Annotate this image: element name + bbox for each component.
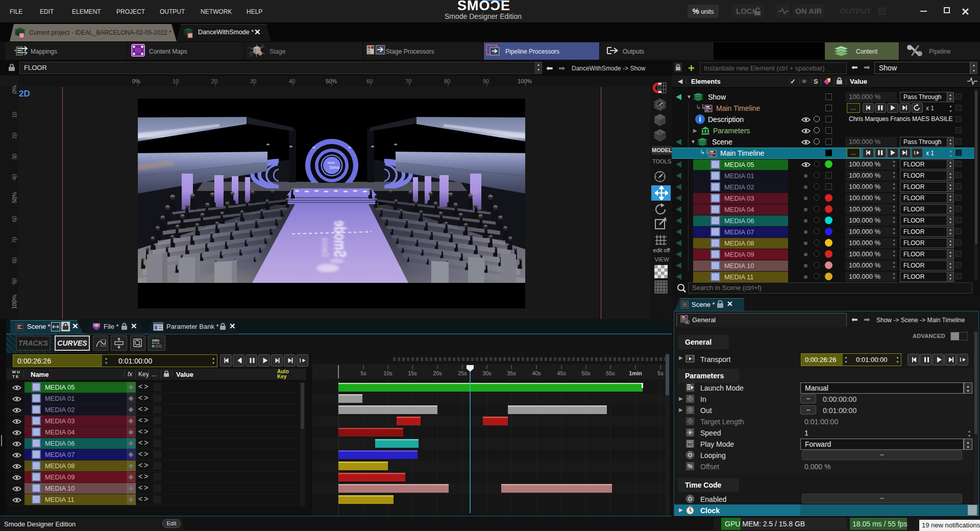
svg-text:30s: 30s — [482, 370, 492, 376]
svg-text:Dance: Dance — [321, 237, 331, 257]
svg-text:“: “ — [690, 406, 691, 411]
svg-text:50s: 50s — [581, 370, 591, 376]
svg-text:45s: 45s — [557, 370, 566, 376]
svg-text:“: “ — [690, 418, 691, 422]
svg-text:10s: 10s — [383, 370, 393, 376]
svg-text:35s: 35s — [507, 370, 516, 376]
svg-text:5s: 5s — [360, 370, 366, 376]
svg-text:“: “ — [690, 395, 691, 400]
svg-text:%: % — [688, 463, 693, 469]
svg-text:1min: 1min — [629, 370, 642, 376]
svg-text:55s: 55s — [606, 370, 615, 376]
svg-text:20s: 20s — [433, 370, 442, 376]
svg-text:40s: 40s — [532, 370, 541, 376]
svg-text:15s: 15s — [408, 370, 417, 376]
svg-text:Smode: Smode — [331, 221, 349, 258]
svg-text:nce: nce — [328, 160, 335, 165]
svg-text:5s: 5s — [657, 370, 664, 376]
svg-text:Smo: Smo — [329, 165, 339, 170]
svg-text:min: min — [152, 338, 159, 343]
